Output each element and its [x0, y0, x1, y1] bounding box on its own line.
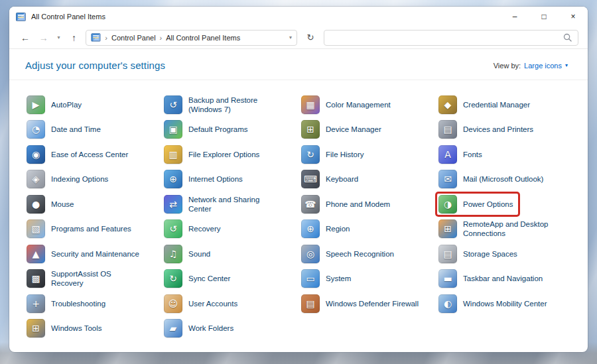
control-panel-item-credential-manager[interactable]: ◆Credential Manager: [437, 94, 535, 115]
forward-icon[interactable]: →: [37, 33, 50, 42]
item-label: Mail (Microsoft Outlook): [463, 174, 543, 184]
item-label: Color Management: [326, 100, 391, 109]
control-panel-item-work-folders[interactable]: ▰Work Folders: [163, 318, 239, 339]
control-panel-item-fonts[interactable]: AFonts: [437, 144, 488, 165]
control-panel-item-windows-defender-firewall[interactable]: ▤Windows Defender Firewall: [300, 293, 424, 314]
mail-icon: ✉: [438, 170, 457, 188]
up-icon[interactable]: ↑: [67, 33, 80, 42]
mouse-icon: ●: [27, 195, 45, 213]
indexing-options-icon: ◈: [27, 170, 45, 188]
maximize-button[interactable]: □: [529, 7, 559, 27]
storage-spaces-icon: ▤: [438, 245, 457, 263]
control-panel-item-mail[interactable]: ✉Mail (Microsoft Outlook): [437, 168, 549, 190]
item-label: Programs and Features: [51, 224, 131, 233]
control-panel-item-security-and-maintenance[interactable]: ▲Security and Maintenance: [25, 243, 145, 265]
search-box[interactable]: [324, 30, 578, 46]
item-label: Security and Maintenance: [51, 249, 139, 259]
control-panel-item-ease-of-access-center[interactable]: ◉Ease of Access Center: [25, 144, 133, 165]
control-panel-item-troubleshooting[interactable]: +Troubleshooting: [25, 293, 111, 314]
item-label: AutoPlay: [51, 100, 82, 109]
window-title: All Control Panel Items: [31, 13, 105, 21]
item-label: Sound: [188, 249, 210, 259]
minimize-button[interactable]: –: [500, 7, 529, 27]
control-panel-item-sound[interactable]: ♫Sound: [163, 243, 216, 265]
item-label: Fonts: [463, 150, 482, 159]
item-label: SupportAssist OS Recovery: [51, 269, 145, 288]
item-label: Indexing Options: [51, 174, 108, 184]
item-label: Ease of Access Center: [51, 150, 128, 159]
control-panel-item-programs-and-features[interactable]: ▧Programs and Features: [25, 218, 137, 239]
item-label: File History: [326, 150, 364, 159]
breadcrumb-all-control-panel-items[interactable]: All Control Panel Items: [166, 34, 240, 42]
network-sharing-icon: ⇄: [164, 195, 182, 213]
control-panel-item-speech-recognition[interactable]: ◎Speech Recognition: [300, 243, 399, 265]
backup-restore-icon: ↺: [164, 95, 182, 114]
control-panel-item-system[interactable]: ▭System: [300, 268, 356, 289]
close-button[interactable]: ×: [559, 7, 588, 27]
region-icon: ⊕: [301, 219, 320, 238]
supportassist-icon: ▩: [27, 269, 45, 288]
item-label: RemoteApp and Desktop Connections: [463, 219, 557, 238]
speech-recognition-icon: ◎: [301, 245, 320, 263]
control-panel-item-autoplay[interactable]: ▶AutoPlay: [25, 94, 87, 115]
devices-printers-icon: ▤: [438, 120, 457, 139]
control-panel-icon: [16, 13, 26, 21]
view-by-value[interactable]: Large icons: [524, 62, 562, 70]
control-panel-item-recovery[interactable]: ↺Recovery: [163, 218, 226, 239]
control-panel-item-internet-options[interactable]: ⊕Internet Options: [163, 168, 248, 190]
control-panel-item-remoteapp-and-desktop-connections[interactable]: ⊞RemoteApp and Desktop Connections: [437, 218, 563, 239]
search-input[interactable]: [330, 34, 563, 42]
control-panel-item-keyboard[interactable]: ⌨Keyboard: [300, 168, 364, 190]
control-panel-item-storage-spaces[interactable]: ▤Storage Spaces: [437, 243, 523, 265]
item-label: Region: [326, 224, 350, 233]
control-panel-item-mouse[interactable]: ●Mouse: [25, 194, 80, 215]
control-panel-item-default-programs[interactable]: ▣Default Programs: [163, 119, 253, 140]
credential-manager-icon: ◆: [438, 95, 457, 114]
control-panel-item-power-options[interactable]: ◑Power Options: [437, 194, 518, 215]
autoplay-icon: ▶: [27, 95, 45, 114]
device-manager-icon: ⊞: [301, 120, 320, 139]
navigation-bar: ← → ▾ ↑ › Control Panel › All Control Pa…: [9, 27, 588, 49]
system-icon: ▭: [301, 269, 320, 288]
address-bar[interactable]: › Control Panel › All Control Panel Item…: [86, 30, 297, 46]
control-panel-item-windows-mobility-center[interactable]: ◐Windows Mobility Center: [437, 293, 553, 314]
item-label: Phone and Modem: [326, 200, 390, 209]
control-panel-item-backup-and-restore[interactable]: ↺Backup and Restore (Windows 7): [163, 94, 288, 115]
control-panel-item-network-and-sharing-center[interactable]: ⇄Network and Sharing Center: [163, 194, 288, 215]
control-panel-item-windows-tools[interactable]: ⊞Windows Tools: [25, 318, 107, 339]
control-panel-item-file-explorer-options[interactable]: ▥File Explorer Options: [163, 144, 265, 165]
control-panel-item-sync-center[interactable]: ↻Sync Center: [163, 268, 235, 289]
item-label: Recovery: [188, 224, 221, 233]
control-panel-item-date-and-time[interactable]: ◔Date and Time: [25, 119, 106, 140]
date-time-icon: ◔: [27, 120, 45, 139]
item-label: Credential Manager: [463, 100, 530, 109]
control-panel-item-supportassist-os-recovery[interactable]: ▩SupportAssist OS Recovery: [25, 268, 151, 289]
recent-locations-chevron-icon[interactable]: ▾: [56, 34, 62, 40]
item-label: Mouse: [51, 200, 74, 209]
header-row: Adjust your computer's settings View by:…: [9, 49, 588, 80]
control-panel-item-region[interactable]: ⊕Region: [300, 218, 355, 239]
control-panel-item-file-history[interactable]: ↻File History: [300, 144, 369, 165]
control-panel-item-device-manager[interactable]: ⊞Device Manager: [300, 119, 387, 140]
back-icon[interactable]: ←: [19, 33, 32, 42]
programs-features-icon: ▧: [27, 219, 45, 238]
control-panel-icon: [92, 33, 101, 41]
breadcrumb-control-panel[interactable]: Control Panel: [111, 34, 156, 42]
address-dropdown-icon[interactable]: ▾: [289, 34, 292, 40]
phone-modem-icon: ☎: [301, 195, 320, 213]
chevron-down-icon[interactable]: ▾: [565, 62, 568, 68]
control-panel-item-color-management[interactable]: ▦Color Management: [300, 94, 396, 115]
keyboard-icon: ⌨: [301, 170, 320, 188]
control-panel-item-taskbar-and-navigation[interactable]: ▬Taskbar and Navigation: [437, 268, 548, 289]
view-by-label: View by:: [494, 62, 521, 70]
item-label: Speech Recognition: [326, 249, 394, 259]
control-panel-item-devices-and-printers[interactable]: ▤Devices and Printers: [437, 119, 539, 140]
troubleshooting-icon: +: [27, 294, 45, 313]
control-panel-item-user-accounts[interactable]: ☺User Accounts: [163, 293, 243, 314]
mobility-center-icon: ◐: [438, 294, 457, 313]
control-panel-item-phone-and-modem[interactable]: ☎Phone and Modem: [300, 194, 395, 215]
control-panel-item-indexing-options[interactable]: ◈Indexing Options: [25, 168, 113, 190]
sound-icon: ♫: [164, 245, 182, 263]
security-maintenance-icon: ▲: [27, 245, 45, 263]
refresh-icon[interactable]: ↻: [302, 32, 318, 42]
